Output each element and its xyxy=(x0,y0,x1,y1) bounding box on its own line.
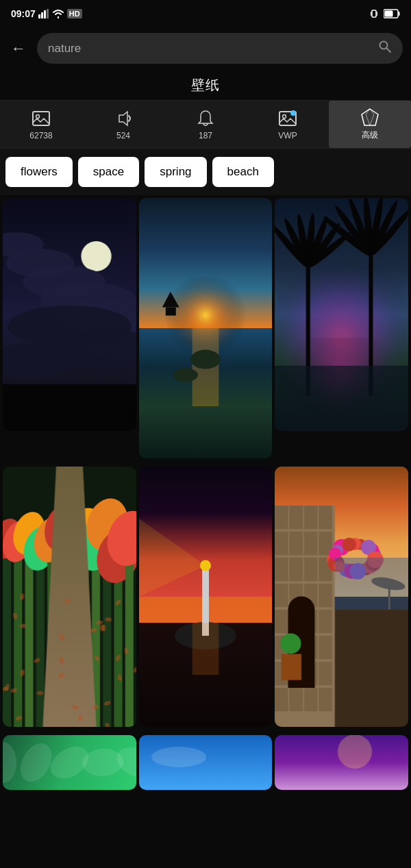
svg-rect-5 xyxy=(371,12,371,16)
wallpaper-lighthouse[interactable] xyxy=(139,467,273,727)
tab-bell-label: 187 xyxy=(199,131,212,140)
tag-flowers[interactable]: flowers xyxy=(5,157,73,187)
svg-rect-6 xyxy=(377,12,377,16)
diamond-icon xyxy=(360,108,379,127)
svg-rect-3 xyxy=(47,9,49,18)
svg-rect-9 xyxy=(385,11,393,17)
svg-point-13 xyxy=(36,114,40,118)
wallpaper-grid-row2 xyxy=(0,464,411,730)
wallpaper-night-clouds[interactable] xyxy=(3,198,136,431)
battery-icon xyxy=(384,9,400,18)
svg-rect-8 xyxy=(399,12,400,16)
wallpaper-blue-partial[interactable] xyxy=(139,735,273,790)
search-svg-icon xyxy=(378,40,392,53)
tab-notification[interactable]: 187 xyxy=(164,101,247,148)
tab-vwp[interactable]: VWP xyxy=(247,101,329,148)
svg-marker-14 xyxy=(119,112,127,125)
tab-sound-label: 524 xyxy=(116,131,130,140)
tag-filters: flowers space spring beach xyxy=(0,149,411,195)
tab-advanced[interactable]: 高级 xyxy=(329,101,411,148)
wallpaper-grid-row1 xyxy=(0,195,411,461)
tag-space[interactable]: space xyxy=(78,157,139,187)
svg-rect-0 xyxy=(38,14,40,18)
svg-rect-12 xyxy=(33,112,49,125)
tab-images[interactable]: 62738 xyxy=(0,101,82,148)
wallpaper-purple-partial[interactable] xyxy=(275,735,408,790)
signal-icon xyxy=(38,9,49,18)
tag-beach[interactable]: beach xyxy=(212,157,274,187)
wallpaper-autumn-forest[interactable] xyxy=(3,467,136,727)
svg-rect-4 xyxy=(372,10,376,17)
tab-advanced-label: 高级 xyxy=(362,129,378,141)
wallpaper-palm-silhouette[interactable] xyxy=(275,198,408,431)
tab-vwp-label: VWP xyxy=(278,131,297,140)
search-input[interactable] xyxy=(48,42,373,55)
wallpaper-green-partial[interactable] xyxy=(3,735,136,790)
image-icon xyxy=(32,109,51,128)
vibrate-icon xyxy=(369,8,379,19)
tab-sound[interactable]: 524 xyxy=(82,101,164,148)
vwp-icon xyxy=(278,109,297,128)
status-time: 09:07 xyxy=(11,8,36,19)
status-right-icons xyxy=(369,8,400,19)
svg-rect-2 xyxy=(44,10,46,18)
back-button[interactable]: ← xyxy=(8,37,29,60)
search-icon[interactable] xyxy=(378,40,392,57)
page-title: 壁纸 xyxy=(0,69,411,100)
status-bar: 09:07 HD xyxy=(0,0,411,27)
sound-icon xyxy=(114,109,133,128)
tag-spring[interactable]: spring xyxy=(145,157,206,187)
status-time-signals: 09:07 HD xyxy=(11,8,82,19)
status-hd: HD xyxy=(67,9,82,18)
wifi-icon xyxy=(52,9,64,18)
bell-icon xyxy=(196,109,215,128)
wallpaper-sunset-water[interactable] xyxy=(139,198,273,458)
wallpaper-village[interactable] xyxy=(275,467,408,727)
search-input-wrapper[interactable] xyxy=(37,33,403,64)
svg-line-11 xyxy=(387,49,391,53)
svg-rect-1 xyxy=(41,12,43,18)
svg-point-17 xyxy=(290,110,296,116)
search-bar: ← xyxy=(0,27,411,69)
category-tabs: 62738 524 187 VWP 高级 xyxy=(0,100,411,149)
wallpaper-grid-row3 xyxy=(0,732,411,793)
svg-marker-18 xyxy=(362,109,378,125)
svg-point-16 xyxy=(283,114,286,118)
tab-images-label: 62738 xyxy=(29,131,52,140)
